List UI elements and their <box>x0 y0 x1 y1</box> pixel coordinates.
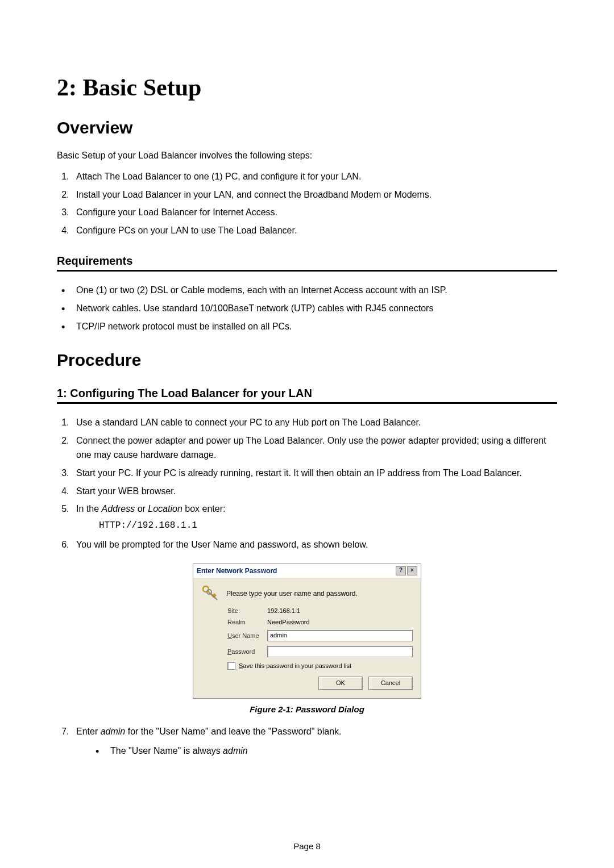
requirements-heading: Requirements <box>57 254 557 272</box>
step5-text: In the <box>76 504 101 514</box>
dialog-title-text: Enter Network Password <box>197 567 277 575</box>
step7-sublist: The "User Name" is always admin <box>76 744 557 758</box>
list-item: Enter admin for the "User Name" and leav… <box>72 724 557 758</box>
save-password-checkbox[interactable] <box>227 662 235 670</box>
keys-icon <box>201 585 219 603</box>
dialog-prompt: Please type your user name and password. <box>226 590 358 598</box>
procedure-steps-list: Use a standard LAN cable to connect your… <box>57 415 557 552</box>
list-item: You will be prompted for the User Name a… <box>72 537 557 552</box>
overview-heading: Overview <box>57 118 557 137</box>
step7-mid: for the "User Name" and leave the "Passw… <box>125 727 341 736</box>
procedure-steps-list-cont: Enter admin for the "User Name" and leav… <box>57 724 557 758</box>
list-item: Configure your Load Balancer for Interne… <box>72 205 557 220</box>
step7-pre: Enter <box>76 727 101 736</box>
step5-address: Address <box>101 504 135 514</box>
step5-or: or <box>135 504 148 514</box>
list-item: Connect the power adapter and power up T… <box>72 433 557 462</box>
list-item: The "User Name" is always admin <box>106 744 557 758</box>
list-item: Network cables. Use standard 10/100BaseT… <box>72 301 557 316</box>
list-item: Install your Load Balancer in your LAN, … <box>72 187 557 202</box>
requirements-list: One (1) or two (2) DSL or Cable modems, … <box>57 283 557 333</box>
chapter-title: 2: Basic Setup <box>57 74 557 101</box>
site-label: Site: <box>227 607 267 614</box>
config-heading: 1: Configuring The Load Balancer for you… <box>57 387 557 404</box>
help-button[interactable]: ? <box>396 566 406 575</box>
list-item: In the Address or Location box enter: HT… <box>72 502 557 533</box>
list-item: Start your WEB browser. <box>72 484 557 499</box>
close-button[interactable]: × <box>407 566 417 575</box>
list-item: Use a standard LAN cable to connect your… <box>72 415 557 430</box>
figure-caption: Figure 2-1: Password Dialog <box>57 704 557 714</box>
save-password-label: Save this password in your password list <box>239 662 351 669</box>
cancel-button[interactable]: Cancel <box>368 677 413 690</box>
list-item: One (1) or two (2) DSL or Cable modems, … <box>72 283 557 298</box>
realm-value: NeedPassword <box>267 619 310 625</box>
password-label: Password <box>227 648 267 655</box>
dialog-titlebar: Enter Network Password ? × <box>193 564 421 578</box>
step7-bullet-pre: The "User Name" is always <box>110 746 223 756</box>
password-dialog: Enter Network Password ? × <box>193 564 421 699</box>
ok-button[interactable]: OK <box>318 677 363 690</box>
overview-steps-list: Attach The Load Balancer to one (1) PC, … <box>57 169 557 237</box>
list-item: Start your PC. If your PC is already run… <box>72 466 557 481</box>
step5-post: box enter: <box>182 504 226 514</box>
password-dialog-figure: Enter Network Password ? × <box>57 564 557 699</box>
step5-url: HTTP://192.168.1.1 <box>99 519 557 533</box>
step7-bullet-admin: admin <box>223 746 248 756</box>
overview-intro: Basic Setup of your Load Balancer involv… <box>57 149 557 162</box>
list-item: Configure PCs on your LAN to use The Loa… <box>72 223 557 238</box>
procedure-heading: Procedure <box>57 350 557 370</box>
list-item: Attach The Load Balancer to one (1) PC, … <box>72 169 557 184</box>
step5-location: Location <box>148 504 182 514</box>
page-number: Page 8 <box>0 841 614 851</box>
username-label: User Name <box>227 632 267 639</box>
list-item: TCP/IP network protocol must be installe… <box>72 319 557 334</box>
password-input[interactable] <box>267 646 413 657</box>
step7-admin: admin <box>101 727 126 736</box>
realm-label: Realm <box>227 619 267 625</box>
username-input[interactable]: admin <box>267 630 413 641</box>
site-value: 192.168.1.1 <box>267 607 300 614</box>
